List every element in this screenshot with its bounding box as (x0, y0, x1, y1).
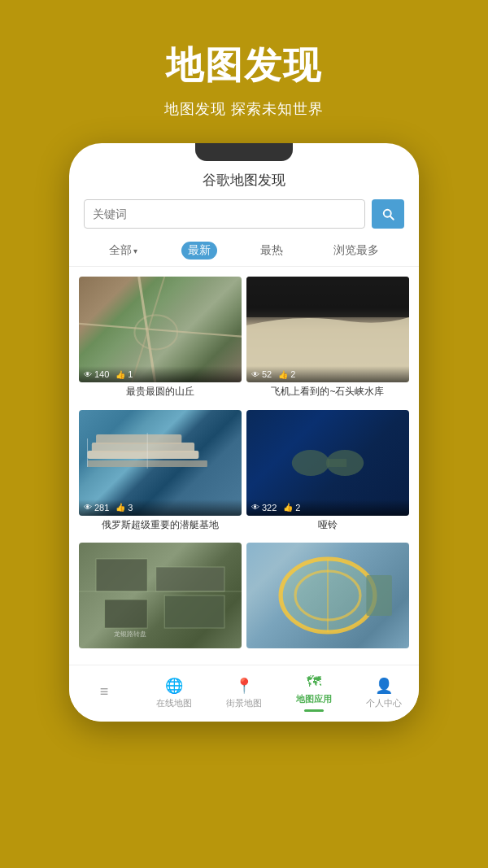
globe-icon: 🌐 (165, 677, 183, 695)
nav-item-online-map[interactable]: 🌐 在线地图 (152, 677, 197, 709)
filter-tabs: 全部 ▾ 最新 最热 浏览最多 (69, 238, 419, 267)
item-caption: 俄罗斯超级重要的潜艇基地 (79, 516, 242, 539)
item-caption: 最贵最圆的山丘 (79, 382, 242, 405)
menu-icon: ≡ (100, 683, 109, 700)
phone-notch (195, 143, 293, 161)
nav-label-profile: 个人中心 (366, 697, 402, 709)
stats-overlay: 👁 52 👍 2 (246, 366, 409, 382)
map-image-track (246, 543, 409, 648)
svg-rect-7 (96, 434, 181, 444)
phone-frame: 谷歌地图发现 全部 ▾ 最新 最热 浏览最多 (69, 143, 419, 722)
list-item[interactable]: 👁 140 👍 1 最贵最圆的山丘 (79, 277, 242, 405)
map-icon: 🗺 (307, 674, 321, 691)
map-image-building: 龙银路转盘 (79, 543, 242, 648)
nav-label-street-view: 街景地图 (226, 697, 262, 709)
nav-item-profile[interactable]: 👤 个人中心 (362, 677, 407, 709)
view-count: 👁 281 (84, 503, 109, 513)
eye-icon: 👁 (251, 503, 259, 512)
nav-label-online-map: 在线地图 (156, 697, 192, 709)
list-item[interactable]: 👁 281 👍 3 俄罗斯超级重要的潜艇基地 (79, 410, 242, 539)
list-item[interactable] (246, 543, 409, 658)
map-image-deep-blue: 👁 322 👍 2 (246, 410, 409, 516)
like-count: 👍 1 (115, 369, 133, 379)
eye-icon: 👁 (84, 503, 92, 512)
eye-icon: 👁 (84, 370, 92, 379)
bottom-nav: ≡ 🌐 在线地图 📍 街景地图 🗺 地图应用 👤 个人中心 (69, 665, 419, 722)
svg-rect-15 (156, 567, 224, 591)
search-input[interactable] (84, 199, 365, 229)
stats-overlay: 👁 322 👍 2 (246, 499, 409, 516)
filter-most-viewed[interactable]: 浏览最多 (327, 242, 386, 260)
list-item[interactable]: 👁 322 👍 2 哑铃 (246, 410, 409, 539)
like-count: 👍 2 (283, 503, 300, 513)
active-indicator (304, 709, 324, 712)
list-item[interactable]: 龙银路转盘 (79, 543, 242, 658)
svg-rect-4 (246, 277, 409, 317)
search-icon (381, 207, 395, 221)
like-icon: 👍 (115, 370, 125, 379)
view-count: 👁 52 (251, 369, 272, 379)
item-caption: 哑铃 (246, 516, 409, 539)
like-count: 👍 3 (115, 503, 133, 513)
filter-all[interactable]: 全部 ▾ (102, 242, 144, 260)
list-item[interactable]: 👁 52 👍 2 飞机上看到的~石头峡水库 (246, 277, 409, 405)
app-title: 谷歌地图发现 (69, 171, 419, 190)
phone-inner: 谷歌地图发现 全部 ▾ 最新 最热 浏览最多 (69, 161, 419, 722)
map-image-terrain: 👁 140 👍 1 (79, 277, 242, 382)
stats-overlay: 👁 281 👍 3 (79, 499, 242, 516)
eye-icon: 👁 (251, 370, 259, 379)
search-bar (84, 199, 404, 229)
view-count: 👁 140 (84, 369, 109, 379)
sub-title: 地图发现 探索未知世界 (164, 99, 324, 119)
stats-overlay: 👁 140 👍 1 (79, 366, 242, 382)
svg-rect-17 (164, 595, 224, 628)
nav-item-street-view[interactable]: 📍 街景地图 (222, 677, 267, 709)
svg-rect-13 (328, 459, 346, 467)
search-button[interactable] (372, 199, 404, 229)
svg-text:龙银路转盘: 龙银路转盘 (114, 630, 147, 638)
map-image-shore: 👁 52 👍 2 (246, 277, 409, 382)
item-caption (79, 648, 242, 658)
main-title: 地图发现 (166, 41, 322, 91)
map-image-harbor: 👁 281 👍 3 (79, 410, 242, 516)
svg-line-1 (79, 324, 242, 337)
header-section: 地图发现 地图发现 探索未知世界 (0, 0, 488, 143)
grid-container: 👁 140 👍 1 最贵最圆的山丘 (69, 277, 419, 658)
nav-item-map-apps[interactable]: 🗺 地图应用 (292, 674, 337, 712)
nav-label-map-apps: 地图应用 (296, 693, 332, 705)
svg-rect-14 (96, 559, 147, 591)
track-overlay (246, 543, 409, 648)
filter-hot[interactable]: 最热 (254, 242, 290, 260)
nav-item-menu[interactable]: ≡ (82, 683, 127, 703)
view-count: 👁 322 (251, 503, 277, 513)
like-icon: 👍 (278, 370, 288, 379)
svg-rect-16 (105, 600, 148, 628)
svg-point-11 (292, 450, 329, 476)
profile-icon: 👤 (375, 677, 393, 695)
like-icon: 👍 (115, 503, 125, 512)
street-icon: 📍 (235, 677, 253, 695)
building-overlay: 龙银路转盘 (79, 543, 242, 648)
like-count: 👍 2 (278, 369, 295, 379)
like-icon: 👍 (283, 503, 293, 512)
svg-point-3 (134, 315, 177, 349)
filter-newest[interactable]: 最新 (181, 242, 217, 260)
svg-rect-23 (366, 575, 392, 616)
item-caption (246, 648, 409, 658)
item-caption: 飞机上看到的~石头峡水库 (246, 382, 409, 405)
